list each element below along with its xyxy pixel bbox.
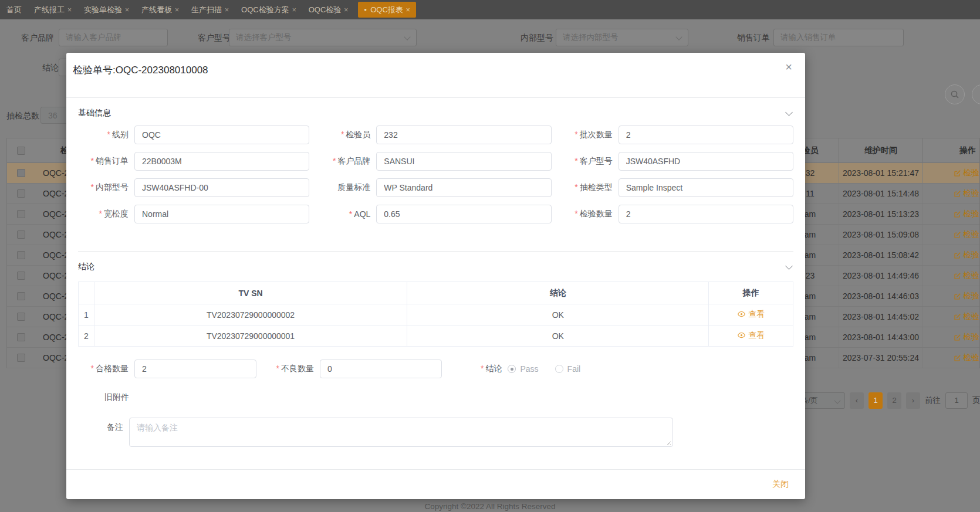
field-input-客户型号[interactable] [619,152,793,171]
field-input-检验员[interactable] [376,126,551,144]
field-label: *内部型号 [78,182,134,193]
inspect-link-label: 检验 [963,332,979,343]
inspect-link[interactable]: 检验 [922,348,980,368]
inspect-link-label: 检验 [963,168,979,178]
result-index: 1 [79,304,94,325]
required-asterisk: * [575,182,577,192]
tab-close-icon[interactable]: × [67,6,72,14]
tab-close-icon[interactable]: × [292,6,296,14]
row-checkbox[interactable] [7,230,35,239]
col-header-action: 操作 [922,138,980,162]
view-link[interactable]: 查看 [737,330,765,341]
field-input-宽松度[interactable] [134,205,309,223]
row-checkbox[interactable] [7,272,35,280]
inspect-link-label: 检验 [963,270,979,281]
row-checkbox[interactable] [7,292,35,300]
edit-icon [954,293,961,300]
sales-order-input[interactable]: 请输入销售订单 [773,29,904,46]
chevron-down-icon[interactable] [785,262,793,270]
tab-OQC报表[interactable]: ●OQC报表× [358,2,415,18]
qualified-input[interactable] [134,360,256,378]
field-input-销售订单[interactable] [134,152,309,171]
field-input-质量标准[interactable] [376,178,551,197]
field-input-批次数量[interactable] [619,126,793,144]
tab-OQC检验[interactable]: OQC检验× [306,2,351,18]
field-input-内部型号[interactable] [134,178,309,197]
required-asterisk: * [349,209,352,219]
inspect-link[interactable]: 检验 [922,266,980,286]
checkbox-icon [17,292,25,300]
inspect-link[interactable]: 检验 [922,245,980,265]
edit-icon [954,252,961,259]
tab-产线报工[interactable]: 产线报工× [32,2,74,18]
internal-model-select[interactable]: 请选择内部型号 [556,29,688,46]
result-col-header: 操作 [709,282,793,304]
search-button[interactable] [945,84,965,104]
tab-close-icon[interactable]: × [175,6,179,14]
basic-info-section-header[interactable]: 基础信息 [78,106,793,121]
inspect-link[interactable]: 检验 [922,225,980,245]
customer-model-select[interactable]: 请选择客户型号 [229,29,417,46]
form-field-客户型号: *客户型号 [562,152,793,171]
inspect-link[interactable]: 检验 [922,286,980,306]
tab-close-icon[interactable]: × [344,6,348,14]
row-checkbox[interactable] [7,189,35,198]
checkbox-icon [17,313,25,321]
row-checkbox[interactable] [7,313,35,321]
field-label: *客户品牌 [320,156,376,167]
row-checkbox[interactable] [7,210,35,218]
checkbox-icon [17,230,25,239]
field-input-客户品牌[interactable] [376,152,551,171]
select-all-checkbox[interactable] [7,147,35,155]
view-link[interactable]: 查看 [737,309,765,320]
tab-label: OQC检验 [309,5,342,15]
goto-page-input[interactable]: 1 [945,392,968,409]
inspect-link[interactable]: 检验 [922,184,980,204]
field-input-检验数量[interactable] [619,205,793,223]
row-checkbox[interactable] [7,354,35,362]
field-label: *批次数量 [562,130,619,140]
field-label: *检验员 [320,130,376,140]
page-button-2[interactable]: 2 [887,392,901,409]
tab-label: OQC报表 [370,5,403,15]
customer-brand-input[interactable]: 请输入客户品牌 [59,29,168,46]
defective-input[interactable] [320,360,442,378]
inspect-link[interactable]: 检验 [922,307,980,327]
inspect-link[interactable]: 检验 [922,163,980,183]
row-checkbox[interactable] [7,251,35,259]
tab-close-icon[interactable]: × [125,6,129,14]
tab-close-icon[interactable]: × [225,6,229,14]
conclusion-section-header[interactable]: 结论 [78,259,793,274]
prev-page-button[interactable]: ‹ [850,392,864,409]
next-page-button[interactable]: › [906,392,920,409]
required-asterisk: * [91,182,94,192]
radio-option-Pass[interactable]: Pass [508,364,538,374]
tab-OQC检验方案[interactable]: OQC检验方案× [239,2,299,18]
tab-生产扫描[interactable]: 生产扫描× [189,2,231,18]
chevron-down-icon[interactable] [785,108,793,116]
field-input-抽检类型[interactable] [619,178,793,197]
settings-button[interactable] [972,84,980,104]
field-input-AQL[interactable] [376,205,551,223]
inspect-link[interactable]: 检验 [922,204,980,224]
close-dialog-button[interactable]: 关闭 [772,479,789,490]
result-col-header: 结论 [407,282,709,304]
edit-icon [954,211,961,218]
page-button-1[interactable]: 1 [869,392,883,409]
inspect-link[interactable]: 检验 [922,327,980,347]
row-checkbox[interactable] [7,169,35,177]
field-input-线别[interactable] [134,126,309,144]
dialog-header: 检验单号:OQC-202308010008 × [66,53,805,98]
field-label: *客户型号 [562,156,619,167]
tab-实验单检验[interactable]: 实验单检验× [82,2,131,18]
radio-option-Fail[interactable]: Fail [555,364,581,374]
row-checkbox[interactable] [7,333,35,341]
tab-首页[interactable]: 首页 [4,2,24,18]
tab-close-icon[interactable]: × [406,6,410,14]
field-label: *宽松度 [78,209,134,219]
close-icon[interactable]: × [785,61,792,73]
tab-bar: 首页产线报工×实验单检验×产线看板×生产扫描×OQC检验方案×OQC检验×●OQ… [0,0,980,19]
tab-产线看板[interactable]: 产线看板× [139,2,181,18]
remark-textarea[interactable] [129,418,673,447]
filter-label-sales-order: 销售订单 [737,33,770,43]
